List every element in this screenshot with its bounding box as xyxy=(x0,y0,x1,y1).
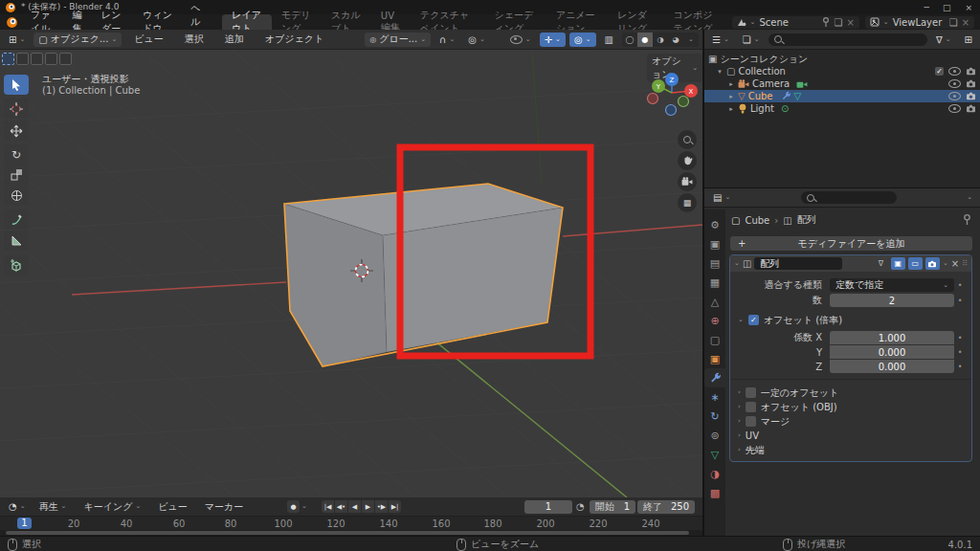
workspace-tab-layout[interactable]: レイアウト xyxy=(222,14,272,30)
collapsed-icon[interactable]: › xyxy=(738,404,741,410)
pin-icon[interactable] xyxy=(963,214,971,225)
show-in-viewport-toggle[interactable]: ▭ xyxy=(908,257,923,270)
drag-grip-icon[interactable]: ⠿ xyxy=(962,259,968,268)
editor-type-button[interactable]: ◔⌄ xyxy=(4,499,31,514)
cursor-tool[interactable] xyxy=(4,99,29,119)
scene-selector[interactable]: ⌄ Scene ❏ × xyxy=(732,16,859,29)
tab-world[interactable]: ⊕ xyxy=(704,311,725,330)
disable-render-icon[interactable] xyxy=(966,104,976,113)
outliner-row-light[interactable]: ▸ Light ⊙ xyxy=(704,102,980,115)
tab-render[interactable]: ▣ xyxy=(704,234,725,253)
delete-viewlayer-icon[interactable]: × xyxy=(962,17,969,28)
show-in-edit-mode-toggle[interactable]: ▣ xyxy=(891,257,905,270)
collapsed-icon[interactable]: › xyxy=(738,432,741,439)
current-frame-field[interactable]: 1 xyxy=(524,500,572,514)
tab-output[interactable]: ▤ xyxy=(704,253,725,273)
expand-icon[interactable]: ▾ xyxy=(716,68,724,76)
factor-z-field[interactable]: 0.000 xyxy=(830,360,954,373)
animate-dot-icon[interactable]: • xyxy=(954,363,966,371)
collection-checkbox[interactable]: ✓ xyxy=(935,67,944,76)
pan-hand-button[interactable] xyxy=(678,151,697,170)
viewport-canvas[interactable] xyxy=(0,50,702,497)
select-extend-mode-button[interactable] xyxy=(16,53,29,65)
display-mode-dropdown[interactable]: ❏⌄ xyxy=(738,33,765,47)
modifier-name-input[interactable]: 配列 xyxy=(754,257,842,270)
new-scene-icon[interactable]: ❏ xyxy=(834,17,842,28)
tab-material[interactable]: ◑ xyxy=(704,464,725,483)
outliner-row-scene-collection[interactable]: ▣ シーンコレクション xyxy=(704,53,980,65)
viewlayer-selector[interactable]: ⌄ ViewLayer ❏ × xyxy=(865,16,974,29)
zoom-button[interactable] xyxy=(678,130,697,149)
shading-dropdown[interactable]: ⌄ xyxy=(683,33,699,47)
rotate-tool[interactable]: ↻ xyxy=(4,144,29,165)
maximize-button[interactable]: □ xyxy=(936,3,958,12)
pin-icon[interactable] xyxy=(822,17,830,27)
minimize-button[interactable]: ─ xyxy=(918,3,936,12)
use-preview-range-clock-icon[interactable]: ◔ xyxy=(576,501,585,512)
disable-render-icon[interactable] xyxy=(966,67,976,76)
animate-dot-icon[interactable]: • xyxy=(954,297,966,305)
play-reverse-button[interactable]: ◀ xyxy=(348,500,361,513)
toggle-perspective-button[interactable]: ▦ xyxy=(678,193,697,212)
workspace-tab-uv[interactable]: UV編集 xyxy=(371,14,411,30)
hide-eye-icon[interactable] xyxy=(948,67,961,76)
constant-offset-checkbox[interactable] xyxy=(746,387,756,398)
jump-to-start-button[interactable]: |◀ xyxy=(322,500,334,513)
transform-orientation-dropdown[interactable]: ◎グロー...⌄ xyxy=(365,33,431,47)
workspace-tab-shading[interactable]: シェーディング xyxy=(484,14,546,30)
hide-eye-icon[interactable] xyxy=(948,92,961,100)
tab-collection[interactable]: ▢ xyxy=(704,330,725,349)
select-invert-mode-button[interactable] xyxy=(45,53,57,65)
add-cube-tool[interactable] xyxy=(4,255,29,276)
keying-dropdown-icon[interactable]: ⌄ xyxy=(301,503,307,510)
menu-playback[interactable]: 再生⌄ xyxy=(31,500,76,514)
playhead-frame-badge[interactable]: 1 xyxy=(17,518,32,529)
prev-keyframe-button[interactable]: ◀• xyxy=(335,500,347,513)
menu-select[interactable]: 選択 xyxy=(176,33,212,46)
expand-icon[interactable]: ▸ xyxy=(727,93,735,100)
hide-eye-icon[interactable] xyxy=(948,79,961,88)
frame-start-field[interactable]: 開始1 xyxy=(590,500,635,514)
object-offset-checkbox[interactable] xyxy=(746,402,756,412)
collapse-icon[interactable]: ⌄ xyxy=(734,260,740,267)
select-subtract-mode-button[interactable] xyxy=(31,53,43,65)
shading-rendered-button[interactable]: ◕ xyxy=(668,33,683,47)
tab-view-layer[interactable]: ▦ xyxy=(704,273,725,292)
workspace-tab-texture-paint[interactable]: テクスチャペイント xyxy=(411,14,484,30)
select-set-mode-button[interactable] xyxy=(2,53,14,65)
fit-type-dropdown[interactable]: 定数で指定⌄ xyxy=(830,278,954,292)
workspace-tab-modeling[interactable]: モデリング xyxy=(272,14,322,30)
tab-physics[interactable]: ↻ xyxy=(704,407,725,426)
frame-end-field[interactable]: 終了250 xyxy=(637,500,695,514)
properties-options-dropdown[interactable]: ⌄ xyxy=(963,194,976,201)
delete-modifier-icon[interactable]: × xyxy=(951,258,959,269)
mode-dropdown[interactable]: ▢オブジェク...⌄ xyxy=(33,33,122,47)
select-box-tool[interactable] xyxy=(4,75,29,95)
uv-subpanel[interactable]: › UV xyxy=(730,429,971,443)
shading-material-button[interactable]: ◑ xyxy=(653,33,668,47)
jump-to-end-button[interactable]: ▶| xyxy=(389,500,401,513)
expand-icon[interactable]: ▸ xyxy=(727,105,735,113)
timeline-ruler[interactable]: 1 20 40 60 80 100 120 140 160 180 200 22… xyxy=(0,517,702,530)
extras-dropdown-icon[interactable]: ⌄ xyxy=(943,260,948,267)
hide-eye-icon[interactable] xyxy=(948,104,961,113)
tab-scene[interactable]: △ xyxy=(704,292,725,311)
merge-checkbox[interactable] xyxy=(746,416,756,427)
new-viewlayer-icon[interactable]: ❏ xyxy=(949,17,958,28)
tab-tool[interactable]: ⚙ xyxy=(704,215,725,234)
navigation-gizmo[interactable]: Z X Y xyxy=(645,70,701,123)
show-on-cage-toggle[interactable]: ∇ xyxy=(874,257,888,270)
play-button[interactable]: ▶ xyxy=(362,500,374,513)
tab-particles[interactable]: ∗ xyxy=(704,387,725,407)
transform-tool[interactable] xyxy=(4,186,29,206)
menu-keying[interactable]: キーイング⌄ xyxy=(75,500,149,514)
annotate-tool[interactable] xyxy=(4,209,29,230)
workspace-tab-sculpting[interactable]: スカルプト xyxy=(322,14,371,30)
gizmos-toggle[interactable]: ✛⌄ xyxy=(540,33,566,47)
menu-view[interactable]: ビュー xyxy=(149,500,195,514)
outliner-row-collection[interactable]: ▾ ▢ Collection ✓ xyxy=(704,65,980,77)
object-offset-subpanel[interactable]: › オフセット (OBJ) xyxy=(730,400,971,414)
caps-subpanel[interactable]: › 先端 xyxy=(730,443,971,457)
outliner-row-camera[interactable]: ▸ Camera xyxy=(704,77,980,90)
disable-render-icon[interactable] xyxy=(966,92,976,100)
